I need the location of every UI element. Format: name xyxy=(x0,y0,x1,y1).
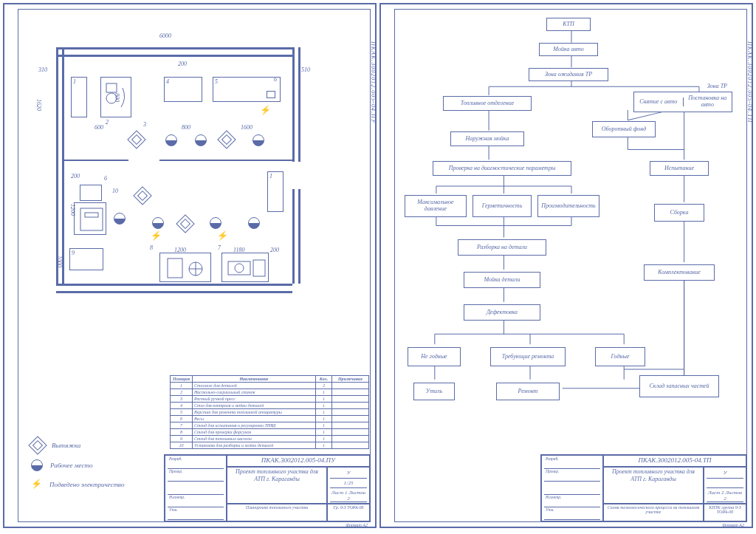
legend-vent: Вытяжка xyxy=(52,442,80,449)
node-need-repair: Требующие ремонта xyxy=(490,347,566,366)
dim-510: 510 xyxy=(301,66,310,73)
table-row: 7Стенд для испытания и регулировки ТНВД1 xyxy=(171,422,369,429)
table-row: 5Верстак для ремонта топливной аппаратур… xyxy=(171,409,369,416)
title-block-right: Разраб.Провер.Н.контр.Утв. ПКАК.3002012.… xyxy=(540,454,747,522)
svg-rect-4 xyxy=(168,259,182,278)
format-note: Формат А2 xyxy=(722,523,744,527)
table-row: 10Установка для разборки и мойки деталей… xyxy=(171,442,369,449)
dim-1000: 1000 xyxy=(56,256,63,267)
node-wash-auto: Мойка авто xyxy=(539,43,598,56)
node-assembly: Сборка xyxy=(654,204,704,222)
node-ktp: КТП xyxy=(546,18,591,31)
node-disasm: Разборка на детали xyxy=(458,239,546,256)
legend-worker: Рабочее место xyxy=(50,462,92,469)
side-code: ПКАК.3002012.005-04.ПУ xyxy=(370,41,377,123)
node-test: Испытание xyxy=(650,161,709,176)
node-herm: Герметичность xyxy=(472,195,532,217)
node-defect: Дефектовка xyxy=(464,304,540,321)
side-code: ПКАК.3002012.005-04.ТП xyxy=(746,41,753,123)
format-note: Формат А2 xyxy=(346,523,368,527)
table-row: 6Весы1 xyxy=(171,416,369,422)
parts-table: Позиция Наименование Кол. Примечание 1Ст… xyxy=(170,375,369,449)
svg-rect-2 xyxy=(80,208,103,230)
node-bad: Не годные xyxy=(408,347,461,366)
node-diag: Проверка на диагностические параметры xyxy=(433,161,571,176)
svg-rect-10 xyxy=(253,260,265,276)
dim-1620: 1620 xyxy=(35,99,42,111)
node-zone-tr: Зона ТР Снятие с авто Постановка на авто xyxy=(633,92,732,112)
node-spares: Склад запасных частей xyxy=(639,375,719,397)
svg-rect-3 xyxy=(85,213,98,217)
dim-200c: 200 xyxy=(270,247,279,253)
node-rev-fund: Оборотный фонд xyxy=(592,121,656,137)
table-row: 9Стенд для топливных насосов1 xyxy=(171,436,369,442)
node-scrap: Утиль xyxy=(413,383,455,400)
legend-elec: Подведено электричество xyxy=(49,481,124,488)
node-maxp: Максимальное давление xyxy=(405,195,467,217)
floor-plan: 6000 310 1620 200 510 600 800 800 1600 2… xyxy=(34,34,315,300)
sheet-flowchart: ПКАК.3002012.005-04.ТП xyxy=(379,3,753,528)
sheet-floorplan: ПКАК.3002012.005-04.ПУ 6000 310 1620 200… xyxy=(3,3,377,528)
dim-600: 600 xyxy=(94,124,103,131)
dim-1600: 1600 xyxy=(241,124,252,131)
table-row: 4Стол для контроля и мойки деталей1 xyxy=(171,403,369,409)
table-row: 8Стенд для проверки форсунок1 xyxy=(171,429,369,436)
table-row: 1Стеллаж для деталей2 xyxy=(171,383,369,389)
legend: Вытяжка Рабочее место ⚡Подведено электри… xyxy=(31,431,124,497)
table-row: 2Настольно-сверлильный станок1 xyxy=(171,389,369,396)
svg-point-9 xyxy=(235,264,244,273)
node-good: Годные xyxy=(595,347,645,366)
dim-200b: 200 xyxy=(71,173,80,179)
svg-rect-1 xyxy=(106,83,117,92)
dim-200: 200 xyxy=(178,61,187,67)
table-row: 3Реечный ручной пресс1 xyxy=(171,396,369,403)
title-block-left: Разраб.Провер.Н.контр.Утв. ПКАК.3002012.… xyxy=(164,454,371,522)
node-ext-wash: Наружная мойка xyxy=(450,131,524,146)
node-repair: Ремонт xyxy=(496,383,560,400)
node-part-wash: Мойка детали xyxy=(464,272,540,288)
flowchart: КТП Мойка авто Зона ожидания ТР Топливно… xyxy=(399,13,744,445)
node-fuel-dept: Топливное отделение xyxy=(443,96,532,111)
dim-310: 310 xyxy=(38,66,47,73)
node-kit: Комплектование xyxy=(644,264,715,281)
node-wait-tr: Зона ожидания ТР xyxy=(529,68,608,81)
dim-800b: 800 xyxy=(182,124,190,131)
dim-6000: 6000 xyxy=(159,32,171,39)
svg-point-0 xyxy=(106,93,117,103)
node-prod: Производительность xyxy=(537,195,599,217)
